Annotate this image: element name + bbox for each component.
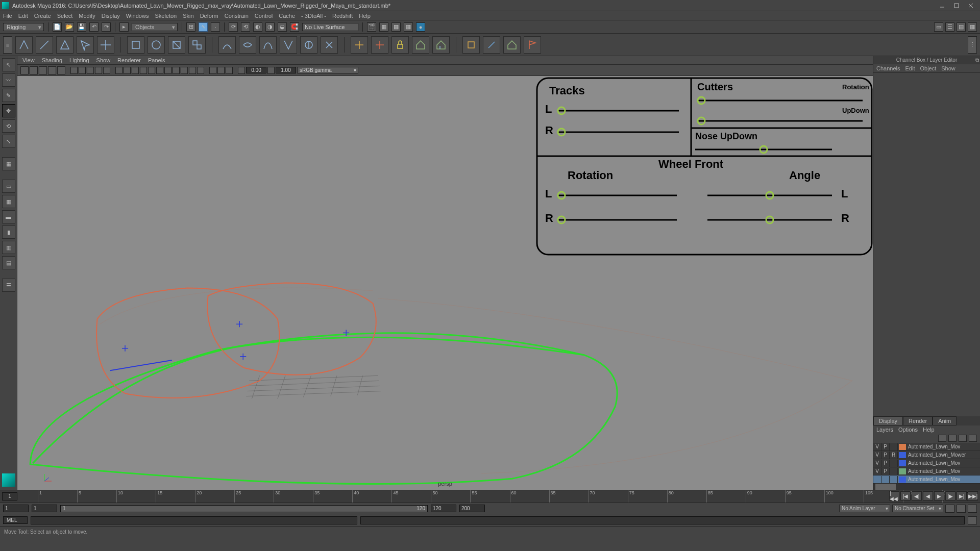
vp-dof-icon[interactable] bbox=[197, 67, 204, 74]
panel-layout-4-icon[interactable]: ▦ bbox=[968, 22, 977, 32]
layermenu-help[interactable]: Help bbox=[923, 427, 935, 433]
selection-mask-dropdown[interactable]: Objects bbox=[132, 23, 178, 31]
autokey-icon[interactable] bbox=[945, 505, 954, 513]
panel-view[interactable]: View bbox=[22, 57, 35, 63]
snap-move-icon[interactable] bbox=[97, 36, 114, 54]
vp-wire2-icon[interactable] bbox=[164, 67, 172, 74]
construction3-icon[interactable]: ◒ bbox=[278, 22, 287, 32]
panel-layout-3-icon[interactable]: ▤ bbox=[957, 22, 966, 32]
snap-select-icon[interactable] bbox=[77, 36, 94, 54]
popout-icon[interactable]: ⧉ bbox=[975, 56, 979, 64]
open-scene-icon[interactable]: 📂 bbox=[65, 22, 74, 32]
house-2-icon[interactable] bbox=[432, 36, 450, 54]
ipr-icon[interactable]: ▦ bbox=[379, 22, 388, 32]
paint-weights-icon[interactable] bbox=[462, 36, 480, 54]
outliner-icon[interactable]: ☰ bbox=[2, 279, 15, 292]
anim-layer-dropdown[interactable]: No Anim Layer bbox=[839, 505, 890, 512]
snap-face-icon[interactable] bbox=[56, 36, 74, 54]
step-back-icon[interactable]: ◀| bbox=[912, 491, 922, 500]
layermenu-options[interactable]: Options bbox=[898, 427, 918, 433]
menu-cache[interactable]: Cache bbox=[279, 13, 295, 19]
panel-lighting[interactable]: Lighting bbox=[69, 57, 89, 63]
snap-grid-icon[interactable]: ⊞ bbox=[186, 22, 195, 32]
range-end-inner[interactable] bbox=[431, 505, 456, 512]
make-live-icon[interactable]: 🧲 bbox=[290, 22, 299, 32]
menu-3dtoall[interactable]: - 3DtoAll - bbox=[301, 13, 326, 19]
menu-set-dropdown[interactable]: Rigging bbox=[3, 23, 44, 31]
layer-row[interactable]: VPAutomated_Lawn_Mov bbox=[873, 467, 980, 475]
menu-deform[interactable]: Deform bbox=[200, 13, 218, 19]
vp-gamma-icon[interactable] bbox=[238, 67, 245, 74]
rotate-tool-icon[interactable]: ⟲ bbox=[2, 119, 15, 133]
layertab-render[interactable]: Render bbox=[903, 416, 933, 425]
construction2-icon[interactable]: ◑ bbox=[265, 22, 275, 32]
layer-row[interactable]: VPRAutomated_Lawn_Mower bbox=[873, 451, 980, 459]
vp-xray-icon[interactable] bbox=[124, 67, 131, 74]
shelf-scroll-icon[interactable]: ⋮ bbox=[968, 36, 977, 54]
cb-edit[interactable]: Edit bbox=[905, 65, 915, 71]
snap-edge-icon[interactable] bbox=[36, 36, 53, 54]
maximize-button[interactable] bbox=[949, 1, 964, 10]
minimize-button[interactable] bbox=[935, 1, 949, 10]
menu-select[interactable]: Select bbox=[57, 13, 73, 19]
layertab-anim[interactable]: Anim bbox=[933, 416, 957, 425]
transform-3-icon[interactable] bbox=[168, 36, 185, 54]
redo-icon[interactable]: ↷ bbox=[102, 22, 111, 32]
history-icon[interactable]: ⟳ bbox=[229, 22, 238, 32]
character-set-dropdown[interactable]: No Character Set bbox=[892, 505, 943, 512]
vp-tex-icon[interactable] bbox=[87, 67, 94, 74]
last-tool-icon[interactable]: ▦ bbox=[2, 157, 15, 170]
render-view-icon[interactable]: ▦ bbox=[404, 22, 413, 32]
range-start-outer[interactable] bbox=[3, 505, 29, 512]
vp-shadow-icon[interactable] bbox=[103, 67, 110, 74]
script-editor-icon[interactable] bbox=[968, 516, 977, 524]
goto-end-icon[interactable]: ▶▶| bbox=[968, 491, 978, 500]
vp-res-icon[interactable] bbox=[140, 67, 147, 74]
range-start-inner[interactable] bbox=[32, 505, 57, 512]
menu-windows[interactable]: Windows bbox=[126, 13, 149, 19]
history-off-icon[interactable]: ⟲ bbox=[241, 22, 250, 32]
panel-show[interactable]: Show bbox=[96, 57, 111, 63]
play-fwd-icon[interactable]: ▶ bbox=[934, 491, 944, 500]
vp-colorspace-dropdown[interactable]: sRGB gamma bbox=[297, 67, 358, 73]
vp-exp2-icon[interactable] bbox=[217, 67, 225, 74]
menu-control[interactable]: Control bbox=[255, 13, 273, 19]
maya-home-icon[interactable] bbox=[2, 473, 15, 487]
rig-control-panel[interactable]: Tracks L R Cutters Rotation UpDown bbox=[536, 77, 873, 256]
panel-layout-2-icon[interactable]: ☰ bbox=[945, 22, 954, 32]
layer-row[interactable]: VPAutomated_Lawn_Mov bbox=[873, 459, 980, 467]
hypergraph-icon[interactable]: ● bbox=[416, 22, 425, 32]
menu-skeleton[interactable]: Skeleton bbox=[155, 13, 177, 19]
command-input[interactable] bbox=[31, 516, 357, 524]
save-scene-icon[interactable]: 💾 bbox=[77, 22, 86, 32]
layer-moveup-icon[interactable] bbox=[938, 435, 946, 442]
menu-constrain[interactable]: Constrain bbox=[225, 13, 249, 19]
cb-object[interactable]: Object bbox=[920, 65, 936, 71]
step-fwd-icon[interactable]: |▶ bbox=[945, 491, 955, 500]
range-track[interactable]: 1 120 bbox=[60, 505, 428, 512]
vp-multi-icon[interactable] bbox=[189, 67, 196, 74]
menu-help[interactable]: Help bbox=[359, 13, 371, 19]
house-icon[interactable] bbox=[412, 36, 429, 54]
menu-skin[interactable]: Skin bbox=[183, 13, 193, 19]
layout-custom-icon[interactable]: ▤ bbox=[2, 256, 15, 269]
layer-new-empty-icon[interactable] bbox=[959, 435, 967, 442]
goto-start-icon[interactable]: |◀◀ bbox=[889, 491, 899, 500]
menu-modify[interactable]: Modify bbox=[79, 13, 95, 19]
transform-2-icon[interactable] bbox=[148, 36, 165, 54]
undo-icon[interactable]: ↶ bbox=[89, 22, 99, 32]
snap-curve-icon[interactable]: ∿ bbox=[199, 22, 208, 32]
vp-exp3-icon[interactable] bbox=[226, 67, 233, 74]
move-tool-icon[interactable]: ✥ bbox=[2, 104, 15, 117]
curve-tool-3-icon[interactable] bbox=[259, 36, 277, 54]
vp-light-icon[interactable] bbox=[95, 67, 102, 74]
vp-ao-icon[interactable] bbox=[173, 67, 180, 74]
panel-renderer[interactable]: Renderer bbox=[117, 57, 141, 63]
step-back-key-icon[interactable]: |◀ bbox=[900, 491, 911, 500]
lasso-tool-icon[interactable]: 〰 bbox=[2, 73, 15, 87]
select-mode-icon[interactable]: ▸ bbox=[119, 22, 129, 32]
setkey-icon[interactable] bbox=[957, 505, 966, 513]
shelf-tab-icon[interactable]: ≡ bbox=[3, 36, 12, 54]
panel-layout-1-icon[interactable]: ▭ bbox=[934, 22, 943, 32]
select-tool-icon[interactable]: ↖ bbox=[2, 58, 15, 71]
